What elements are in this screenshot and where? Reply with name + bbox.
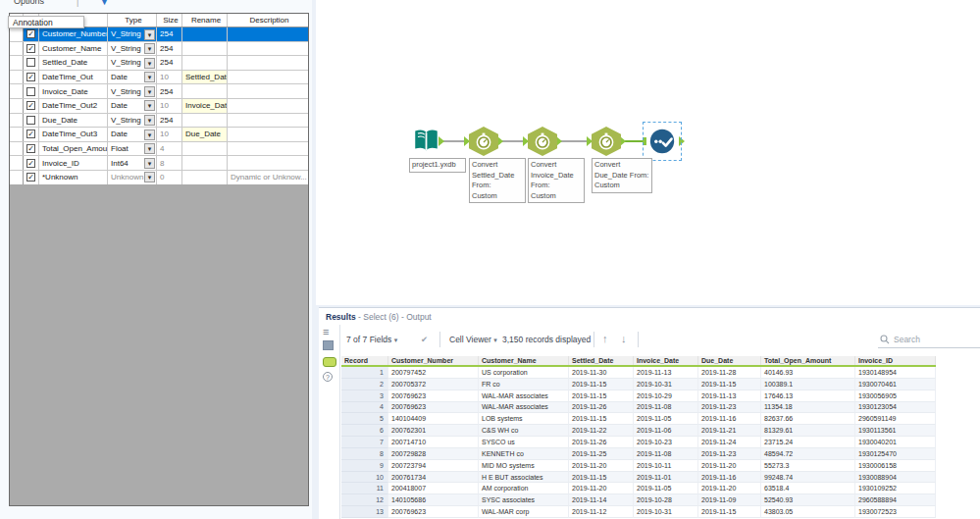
data-cell[interactable]: 1930125470 [855, 448, 936, 460]
field-row[interactable]: ✓DateTime_Out3Date▾10Due_Date [10, 128, 308, 142]
cell-viewer-dropdown[interactable]: Cell Viewer ▾ [449, 335, 497, 344]
data-cell[interactable]: 2019-11-15 [569, 472, 634, 484]
size-cell[interactable]: 254 [157, 27, 182, 41]
datetime-tool-1[interactable] [469, 127, 498, 156]
data-cell[interactable]: 200418007 [388, 483, 479, 494]
description-cell[interactable] [228, 114, 308, 128]
table-row[interactable]: 12140105686SYSC associates2019-11-142019… [341, 494, 936, 506]
size-cell[interactable]: 254 [157, 114, 182, 128]
row-selector[interactable] [10, 156, 24, 170]
table-row[interactable]: 6200762301C&S WH co2019-11-222019-11-062… [341, 425, 936, 437]
type-dropdown-arrow-icon[interactable]: ▾ [144, 130, 155, 140]
data-cell[interactable]: 2019-11-15 [569, 413, 634, 425]
data-cell[interactable]: 81329.61 [761, 425, 855, 437]
data-cell[interactable]: 43803.05 [761, 506, 855, 518]
data-cell[interactable]: 2019-10-31 [634, 506, 698, 518]
size-cell[interactable]: 8 [157, 156, 182, 170]
field-row[interactable]: ✓Invoice_IDInt64▾8 [10, 156, 308, 171]
type-dropdown-arrow-icon[interactable]: ▾ [144, 86, 155, 97]
record-number-cell[interactable]: 12 [341, 494, 388, 506]
table-row[interactable]: 1200797452US corporation2019-11-302019-1… [341, 367, 936, 379]
type-dropdown[interactable]: Date▾ [108, 71, 157, 84]
data-cell[interactable]: 99248.74 [761, 472, 855, 484]
record-number-cell[interactable]: 6 [341, 425, 388, 437]
data-cell[interactable]: LOB systems [479, 413, 569, 425]
data-cell[interactable]: 140104409 [388, 413, 479, 425]
data-cell[interactable]: 1930148954 [855, 367, 936, 379]
data-cell[interactable]: 200797452 [388, 367, 479, 379]
table-view-icon[interactable] [323, 340, 334, 350]
data-cell[interactable]: US corporation [479, 367, 569, 379]
datetime-tool-2[interactable] [528, 127, 557, 156]
data-cell[interactable]: 2019-11-15 [698, 379, 761, 390]
metadata-view-icon[interactable]: ≡ [323, 326, 329, 337]
table-row[interactable]: 5140104409LOB systems2019-11-152019-11-0… [341, 413, 936, 425]
description-cell[interactable] [228, 42, 308, 56]
data-cell[interactable]: 2019-11-21 [698, 425, 761, 437]
record-number-cell[interactable]: 5 [341, 413, 388, 425]
column-header-record[interactable]: Record [341, 356, 388, 365]
field-checkbox[interactable]: ✓ [26, 29, 35, 38]
row-selector[interactable] [10, 56, 24, 70]
move-down-icon[interactable]: ▼ [100, 0, 109, 7]
table-row[interactable]: 8200729828KENNETH co2019-11-252019-11-08… [341, 448, 936, 460]
field-name-cell[interactable]: Customer_Number [39, 27, 108, 41]
data-cell[interactable]: 2019-11-23 [698, 402, 761, 414]
table-row[interactable]: 11200418007AM corporation2019-11-202019-… [341, 483, 936, 494]
record-number-cell[interactable]: 13 [341, 506, 388, 518]
options-menu[interactable]: Options [14, 0, 44, 6]
data-cell[interactable]: 23715.24 [761, 437, 855, 448]
type-dropdown[interactable]: V_String▾ [108, 56, 157, 70]
row-selector[interactable] [10, 27, 24, 41]
field-name-cell[interactable]: Customer_Name [39, 42, 108, 56]
data-cell[interactable]: 2019-11-13 [698, 390, 761, 402]
type-dropdown[interactable]: Date▾ [108, 99, 157, 113]
record-number-cell[interactable]: 11 [341, 483, 388, 494]
field-name-cell[interactable]: *Unknown [39, 171, 108, 184]
field-row[interactable]: ✓DateTime_OutDate▾10Settled_Date [10, 71, 308, 85]
tool-annotation[interactable]: ConvertInvoice_DateFrom:Custom [528, 158, 585, 203]
help-icon[interactable]: ? [323, 372, 333, 382]
data-cell[interactable]: 2019-11-24 [698, 437, 761, 448]
type-dropdown-arrow-icon[interactable]: ▾ [144, 172, 155, 182]
data-cell[interactable]: 2019-11-30 [569, 367, 634, 379]
data-cell[interactable]: 2019-11-08 [634, 448, 698, 460]
description-cell[interactable] [228, 56, 308, 70]
record-number-cell[interactable]: 9 [341, 460, 388, 472]
select-tool[interactable] [649, 129, 675, 154]
field-row[interactable]: Invoice_DateV_String▾254 [10, 84, 308, 99]
field-name-cell[interactable]: DateTime_Out2 [39, 99, 108, 113]
type-dropdown-arrow-icon[interactable]: ▾ [144, 115, 155, 126]
rename-cell[interactable] [182, 156, 228, 170]
data-cell[interactable]: 2019-11-20 [698, 460, 761, 472]
size-column-header[interactable]: Size [157, 14, 182, 26]
description-cell[interactable] [228, 142, 308, 156]
data-cell[interactable]: 1930109252 [855, 483, 936, 494]
data-cell[interactable]: 2019-11-20 [698, 483, 761, 494]
data-cell[interactable]: 2019-11-26 [569, 437, 634, 448]
data-cell[interactable]: 200761734 [388, 472, 479, 484]
column-header-total_open_amount[interactable]: Total_Open_Amount [761, 356, 855, 365]
data-cell[interactable]: 1930040201 [855, 437, 936, 448]
rename-cell[interactable] [182, 114, 228, 128]
data-cell[interactable]: 200729828 [388, 448, 479, 460]
field-checkbox[interactable]: ✓ [26, 173, 35, 182]
data-cell[interactable]: 140105686 [388, 494, 479, 506]
field-name-cell[interactable]: Due_Date [39, 114, 108, 128]
field-name-cell[interactable]: Settled_Date [39, 56, 108, 70]
field-name-cell[interactable]: Invoice_Date [39, 84, 108, 98]
description-cell[interactable]: Dynamic or Unknow... [228, 171, 308, 184]
field-checkbox[interactable] [26, 116, 35, 125]
data-cell[interactable]: 82637.66 [761, 413, 855, 425]
table-row[interactable]: 10200761734H E BUT associates2019-11-152… [341, 472, 936, 484]
column-header-customer_name[interactable]: Customer_Name [479, 356, 569, 365]
rename-cell[interactable] [182, 27, 228, 41]
data-cell[interactable]: 2019-11-08 [634, 402, 698, 414]
data-cell[interactable]: 2019-11-14 [569, 494, 634, 506]
field-name-cell[interactable]: Total_Open_Amount [39, 142, 108, 156]
data-cell[interactable]: 2019-11-15 [569, 390, 634, 402]
data-cell[interactable]: SYSCO us [479, 437, 569, 448]
data-cell[interactable]: 1930088904 [855, 472, 936, 484]
column-header-customer_number[interactable]: Customer_Number [388, 356, 479, 365]
data-cell[interactable]: 2019-11-16 [698, 413, 761, 425]
